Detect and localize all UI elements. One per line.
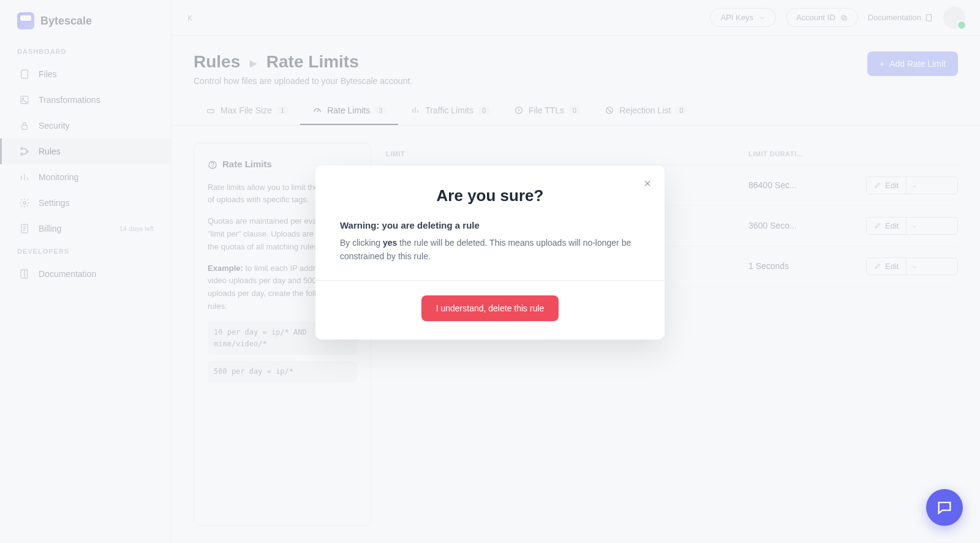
help-chat-button[interactable] [926, 489, 963, 526]
confirm-delete-button[interactable]: I understand, delete this rule [421, 295, 559, 321]
chat-icon [936, 499, 953, 516]
modal-body: By clicking yes the rule will be deleted… [340, 237, 640, 263]
modal-overlay: × Are you sure? Warning: you are deletin… [0, 0, 980, 543]
modal-warning: Warning: you are deleting a rule [340, 220, 640, 230]
modal-close-button[interactable]: × [644, 177, 651, 191]
modal-divider [315, 280, 665, 281]
modal-title: Are you sure? [340, 186, 640, 205]
confirm-modal: × Are you sure? Warning: you are deletin… [315, 165, 665, 340]
